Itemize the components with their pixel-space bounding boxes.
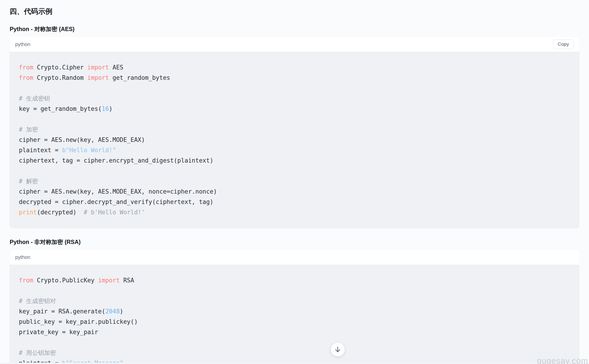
code-line: decrypted = cipher.decrypt_and_verify(ci… — [19, 197, 570, 207]
code-line: key = get_random_bytes(16) — [19, 104, 570, 114]
language-label: python — [15, 254, 30, 260]
section-heading-rsa: Python - 非对称加密 (RSA) — [10, 239, 579, 245]
code-line: public_key = key_pair.publickey() — [19, 317, 570, 327]
code-line: ciphertext, tag = cipher.encrypt_and_dig… — [19, 156, 570, 166]
code-line — [19, 166, 570, 176]
code-line: print(decrypted) # b'Hello World!' — [19, 207, 570, 218]
language-label: python — [15, 41, 30, 47]
code-line: from Crypto.Cipher import AES — [19, 62, 570, 73]
code-line: # 解密 — [19, 176, 570, 187]
code-line: from Crypto.Random import get_random_byt… — [19, 73, 570, 83]
watermark: gugesay.com — [537, 356, 588, 364]
page-title: 四、代码示例 — [10, 8, 579, 15]
code-line: # 生成密钥对 — [19, 296, 570, 306]
code-line — [19, 286, 570, 296]
code-line — [19, 114, 570, 124]
code-area-aes: from Crypto.Cipher import AESfrom Crypto… — [10, 52, 579, 228]
code-block-aes: python Copy from Crypto.Cipher import AE… — [10, 37, 579, 228]
code-area-rsa: from Crypto.PublicKey import RSA # 生成密钥对… — [10, 265, 579, 364]
section-heading-aes: Python - 对称加密 (AES) — [10, 26, 579, 32]
code-block-rsa: python from Crypto.PublicKey import RSA … — [10, 250, 579, 364]
code-block-header: python Copy — [10, 37, 579, 52]
code-line: plaintext = b"Hello World!" — [19, 145, 570, 156]
code-line: cipher = AES.new(key, AES.MODE_EAX, nonc… — [19, 187, 570, 197]
code-line — [19, 83, 570, 93]
arrow-down-icon — [334, 346, 341, 353]
code-line: from Crypto.PublicKey import RSA — [19, 275, 570, 286]
code-line — [19, 337, 570, 348]
code-line: # 用公钥加密 — [19, 348, 570, 358]
code-line: # 加密 — [19, 124, 570, 135]
code-line: cipher = AES.new(key, AES.MODE_EAX) — [19, 135, 570, 145]
page-bottom-strip — [0, 363, 589, 364]
code-line: # 生成密钥 — [19, 93, 570, 104]
code-block-header: python — [10, 250, 579, 265]
scroll-down-button[interactable] — [331, 343, 345, 356]
copy-button[interactable]: Copy — [553, 39, 574, 49]
document-content: 四、代码示例 Python - 对称加密 (AES) python Copy f… — [0, 8, 589, 364]
code-line: private_key = key_pair — [19, 327, 570, 337]
code-line: key_pair = RSA.generate(2048) — [19, 306, 570, 317]
